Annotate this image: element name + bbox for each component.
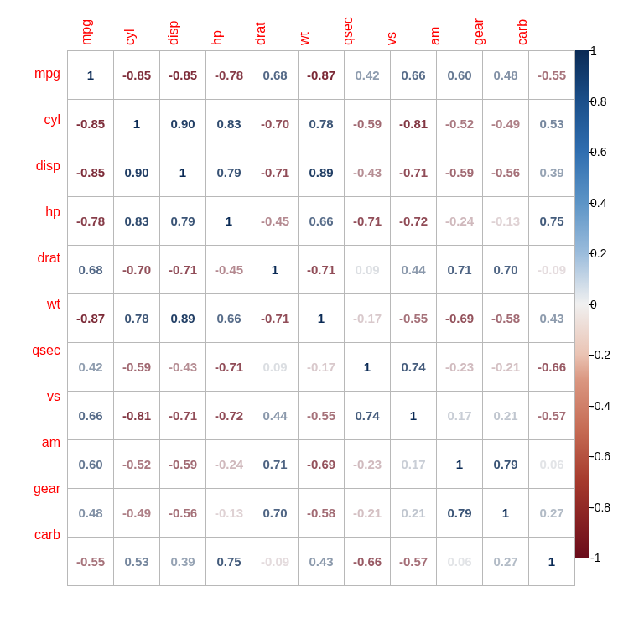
col-label-drat: drat [242, 30, 285, 45]
cell-mpg-drat: 0.68 [252, 51, 299, 100]
row-label-am: am [25, 419, 65, 465]
colorbar-tick-label: -0.2 [590, 348, 610, 361]
col-label-text: qsec [340, 17, 356, 45]
cell-wt-carb: 0.43 [529, 294, 575, 343]
row-label-drat: drat [25, 235, 65, 281]
col-label-disp: disp [154, 30, 198, 45]
cell-drat-hp: -0.45 [206, 246, 252, 294]
cell-cyl-qsec: -0.59 [345, 100, 391, 148]
colorbar-tick-label: 0.4 [590, 196, 606, 210]
cell-disp-wt: 0.89 [299, 148, 345, 197]
table-row: 0.42-0.59-0.43-0.710.09-0.1710.74-0.23-0… [68, 343, 575, 392]
cell-disp-vs: -0.71 [391, 148, 437, 197]
cell-carb-wt: 0.43 [299, 538, 345, 586]
cell-drat-disp: -0.71 [160, 246, 206, 294]
cell-cyl-gear: -0.49 [483, 100, 529, 148]
cell-wt-am: -0.69 [437, 294, 483, 343]
cell-carb-am: 0.06 [437, 538, 483, 586]
cell-carb-qsec: -0.66 [345, 538, 391, 586]
cell-mpg-cyl: -0.85 [114, 51, 160, 100]
cell-gear-qsec: -0.21 [345, 489, 391, 538]
cell-am-hp: -0.24 [206, 440, 252, 489]
cell-cyl-vs: -0.81 [391, 100, 437, 148]
row-label-wt: wt [25, 281, 65, 327]
cell-gear-vs: 0.21 [391, 489, 437, 538]
cell-mpg-mpg: 1 [68, 51, 114, 100]
cell-vs-cyl: -0.81 [114, 392, 160, 440]
table-row: 0.68-0.70-0.71-0.451-0.710.090.440.710.7… [68, 246, 575, 294]
colorbar-tick-label: -0.8 [590, 501, 610, 514]
cell-gear-gear: 1 [483, 489, 529, 538]
cell-am-cyl: -0.52 [114, 440, 160, 489]
cell-mpg-vs: 0.66 [391, 51, 437, 100]
row-label-cyl: cyl [25, 96, 65, 143]
row-label-vs: vs [25, 373, 65, 419]
col-label-text: mpg [79, 19, 94, 45]
col-label-text: carb [515, 19, 530, 45]
cell-wt-wt: 1 [299, 294, 345, 343]
cell-hp-disp: 0.79 [160, 197, 206, 246]
cell-carb-hp: 0.75 [206, 538, 252, 586]
cell-disp-drat: -0.71 [252, 148, 299, 197]
row-label-gear: gear [25, 465, 65, 512]
col-label-text: disp [166, 21, 181, 45]
cell-hp-vs: -0.72 [391, 197, 437, 246]
colorbar-tick-label: -0.4 [590, 399, 610, 413]
cell-hp-gear: -0.13 [483, 197, 529, 246]
cell-wt-vs: -0.55 [391, 294, 437, 343]
cell-gear-cyl: -0.49 [114, 489, 160, 538]
colorbar-tick-label: 1 [590, 44, 597, 57]
cell-vs-vs: 1 [391, 392, 437, 440]
cell-wt-mpg: -0.87 [68, 294, 114, 343]
table-row: 1-0.85-0.85-0.780.68-0.870.420.660.600.4… [68, 51, 575, 100]
cell-carb-gear: 0.27 [483, 538, 529, 586]
cell-mpg-qsec: 0.42 [345, 51, 391, 100]
cell-vs-qsec: 0.74 [345, 392, 391, 440]
cell-am-disp: -0.59 [160, 440, 206, 489]
col-label-am: am [416, 30, 460, 45]
cell-am-am: 1 [437, 440, 483, 489]
row-label-hp: hp [25, 189, 65, 235]
cell-hp-wt: 0.66 [299, 197, 345, 246]
colorbar-tick-label: -0.6 [590, 449, 610, 463]
cell-cyl-wt: 0.78 [299, 100, 345, 148]
table-row: -0.550.530.390.75-0.090.43-0.66-0.570.06… [68, 538, 575, 586]
cell-gear-am: 0.79 [437, 489, 483, 538]
correlation-table: 1-0.85-0.85-0.780.68-0.870.420.660.600.4… [67, 50, 575, 586]
cell-am-vs: 0.17 [391, 440, 437, 489]
cell-qsec-carb: -0.66 [529, 343, 575, 392]
cell-cyl-disp: 0.90 [160, 100, 206, 148]
cell-qsec-am: -0.23 [437, 343, 483, 392]
cell-hp-qsec: -0.71 [345, 197, 391, 246]
row-label-disp: disp [25, 143, 65, 189]
cell-cyl-drat: -0.70 [252, 100, 299, 148]
cell-cyl-am: -0.52 [437, 100, 483, 148]
cell-disp-hp: 0.79 [206, 148, 252, 197]
cell-gear-hp: -0.13 [206, 489, 252, 538]
cell-vs-gear: 0.21 [483, 392, 529, 440]
cell-carb-cyl: 0.53 [114, 538, 160, 586]
cell-drat-drat: 1 [252, 246, 299, 294]
cell-am-wt: -0.69 [299, 440, 345, 489]
cell-carb-carb: 1 [529, 538, 575, 586]
cell-cyl-mpg: -0.85 [68, 100, 114, 148]
cell-wt-disp: 0.89 [160, 294, 206, 343]
column-labels: mpgcyldisphpdratwtqsecvsamgearcarb [67, 0, 547, 50]
cell-vs-hp: -0.72 [206, 392, 252, 440]
table-row: 0.48-0.49-0.56-0.130.70-0.58-0.210.210.7… [68, 489, 575, 538]
cell-disp-cyl: 0.90 [114, 148, 160, 197]
table-row: -0.780.830.791-0.450.66-0.71-0.72-0.24-0… [68, 197, 575, 246]
cell-qsec-mpg: 0.42 [68, 343, 114, 392]
row-label-mpg: mpg [25, 50, 65, 96]
cell-gear-disp: -0.56 [160, 489, 206, 538]
cell-disp-disp: 1 [160, 148, 206, 197]
cell-hp-hp: 1 [206, 197, 252, 246]
row-labels: mpgcyldisphpdratwtqsecvsamgearcarb [25, 50, 65, 558]
col-label-carb: carb [503, 30, 547, 45]
cell-drat-cyl: -0.70 [114, 246, 160, 294]
cell-gear-drat: 0.70 [252, 489, 299, 538]
cell-drat-qsec: 0.09 [345, 246, 391, 294]
cell-hp-am: -0.24 [437, 197, 483, 246]
colorbar-tick-label: 0 [590, 298, 597, 311]
cell-qsec-cyl: -0.59 [114, 343, 160, 392]
